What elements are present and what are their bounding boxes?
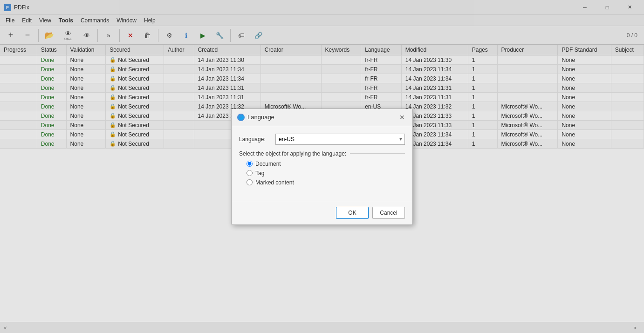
dialog-body: Language: en-US fr-FR de-DE es-ES it-IT … — [232, 126, 412, 201]
radio-document[interactable]: Document — [247, 161, 405, 167]
language-field: Language: en-US fr-FR de-DE es-ES it-IT … — [239, 134, 405, 145]
radio-tag[interactable]: Tag — [247, 170, 405, 177]
dialog-icon: 🌐 — [237, 114, 245, 121]
language-select[interactable]: en-US fr-FR de-DE es-ES it-IT — [275, 134, 405, 145]
dialog-title: Language — [247, 114, 274, 121]
language-select-wrapper: en-US fr-FR de-DE es-ES it-IT ▼ — [275, 134, 405, 145]
language-dialog: 🌐 Language ✕ Language: en-US fr-FR de-DE… — [231, 109, 413, 225]
radio-document-input[interactable] — [247, 161, 253, 167]
ok-button[interactable]: OK — [336, 207, 369, 219]
dialog-title-area: 🌐 Language — [237, 114, 274, 121]
radio-tag-input[interactable] — [247, 170, 253, 176]
cancel-dialog-button[interactable]: Cancel — [372, 207, 405, 219]
dialog-footer: OK Cancel — [232, 201, 412, 224]
radio-marked-input[interactable] — [247, 179, 253, 185]
section-label: Select the object for applying the langu… — [239, 150, 405, 157]
radio-marked[interactable]: Marked content — [247, 179, 405, 186]
modal-overlay: 🌐 Language ✕ Language: en-US fr-FR de-DE… — [0, 0, 644, 333]
radio-group: Document Tag Marked content — [239, 161, 405, 186]
radio-tag-label: Tag — [255, 170, 264, 177]
dialog-close-button[interactable]: ✕ — [397, 113, 407, 122]
dialog-header: 🌐 Language ✕ — [232, 109, 412, 126]
language-label: Language: — [239, 136, 272, 143]
radio-marked-label: Marked content — [255, 179, 294, 186]
radio-document-label: Document — [255, 161, 281, 167]
